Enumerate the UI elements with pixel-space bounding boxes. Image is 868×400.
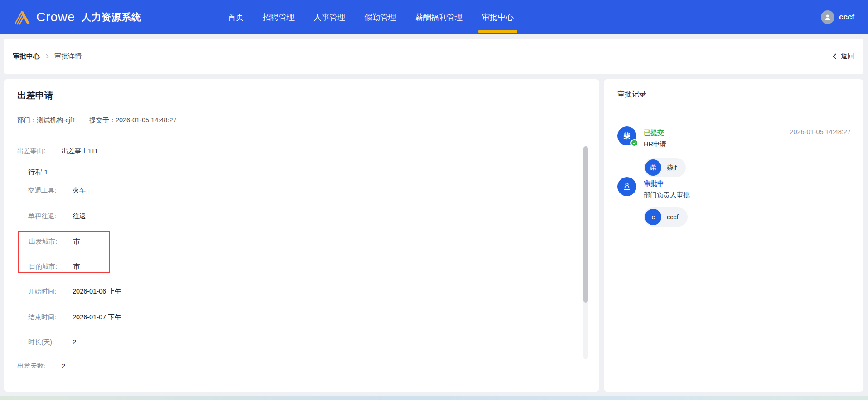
field-label: 目的城市: bbox=[29, 262, 68, 271]
submitted-time: 2026-01-05 14:48:27 bbox=[116, 116, 177, 125]
back-label: 返回 bbox=[841, 52, 854, 61]
field-value: 市 bbox=[73, 237, 80, 246]
breadcrumb-page: 审批详情 bbox=[54, 52, 82, 61]
person-icon bbox=[824, 13, 832, 21]
user-avatar bbox=[821, 10, 834, 24]
person-chip-avatar: c bbox=[645, 209, 661, 225]
brand: Crowe 人力资源系统 bbox=[14, 9, 141, 26]
nav-item-attendance[interactable]: 假勤管理 bbox=[362, 0, 399, 34]
breadcrumb-bar: 审批中心 审批详情 返回 bbox=[4, 39, 863, 74]
nav-item-approval-center[interactable]: 审批中心 bbox=[479, 0, 516, 34]
check-badge-icon bbox=[630, 139, 638, 147]
approval-record-card: 审批记录 柴 已提交 2026-01-05 14:48:27 HR申请 柴 柴j… bbox=[604, 79, 863, 392]
field-label: 出差天数: bbox=[17, 361, 56, 368]
field-value: 火车 bbox=[73, 186, 86, 195]
divider bbox=[17, 135, 587, 135]
field-label: 单程往返: bbox=[28, 212, 67, 221]
step-status: 已提交 bbox=[644, 129, 664, 136]
chevron-left-icon bbox=[832, 53, 838, 60]
avatar-text: 柴 bbox=[624, 132, 630, 140]
stamp-icon bbox=[622, 182, 632, 192]
avatar-text: 柴 bbox=[650, 164, 656, 172]
page-title: 出差申请 bbox=[17, 89, 587, 101]
step-description: 部门负责人审批 bbox=[644, 190, 851, 199]
field-value: 2026-01-07 下午 bbox=[73, 313, 121, 322]
step-status: 审批中 bbox=[644, 179, 664, 187]
approval-timeline: 柴 已提交 2026-01-05 14:48:27 HR申请 柴 柴jf bbox=[617, 115, 851, 227]
person-chip: c cccf bbox=[644, 207, 688, 227]
submitter-avatar: 柴 bbox=[617, 126, 636, 145]
person-chip-avatar: 柴 bbox=[645, 159, 661, 176]
step-description: HR申请 bbox=[644, 140, 851, 149]
field-value: 2026-01-06 上午 bbox=[73, 287, 121, 296]
brand-product-title: 人力资源系统 bbox=[82, 11, 141, 24]
detail-meta: 部门： 测试机构-cjf1 提交于： 2026-01-05 14:48:27 bbox=[17, 116, 587, 125]
field-label: 结束时间: bbox=[28, 313, 67, 322]
chevron-right-icon bbox=[44, 53, 50, 59]
department-value: 测试机构-cjf1 bbox=[37, 116, 76, 125]
field-label: 交通工具: bbox=[28, 186, 67, 195]
scrollbar-track[interactable] bbox=[583, 146, 588, 359]
trip-fields-scroll-area[interactable]: 出差事由: 出差事由111 行程 1 交通工具: 火车 单程往返: 往返 出发城… bbox=[17, 140, 587, 368]
trip-detail-card: 出差申请 部门： 测试机构-cjf1 提交于： 2026-01-05 14:48… bbox=[4, 79, 599, 392]
approval-record-title: 审批记录 bbox=[617, 89, 851, 99]
approver-stage-avatar bbox=[617, 177, 636, 196]
breadcrumb-section[interactable]: 审批中心 bbox=[13, 52, 40, 61]
nav-item-compensation[interactable]: 薪酬福利管理 bbox=[412, 0, 466, 34]
field-row-destination-city: 目的城市: 市 bbox=[29, 262, 109, 271]
user-menu[interactable]: cccf bbox=[821, 10, 854, 24]
brand-name: Crowe bbox=[36, 10, 75, 24]
person-chip-name: 柴jf bbox=[667, 164, 677, 172]
avatar-text: c bbox=[652, 213, 655, 221]
step-timestamp: 2026-01-05 14:48:27 bbox=[790, 128, 851, 135]
active-tab-underline bbox=[478, 30, 517, 33]
field-value: 出差事由111 bbox=[62, 146, 98, 155]
main-nav: 首页 招聘管理 人事管理 假勤管理 薪酬福利管理 审批中心 bbox=[218, 0, 523, 34]
department-label: 部门： bbox=[17, 116, 37, 125]
bottom-edge-strip bbox=[0, 396, 868, 400]
timeline-step-submitted: 柴 已提交 2026-01-05 14:48:27 HR申请 柴 柴jf bbox=[617, 126, 851, 177]
field-label: 时长(天): bbox=[28, 337, 67, 347]
nav-item-recruitment[interactable]: 招聘管理 bbox=[260, 0, 297, 34]
field-label: 出发城市: bbox=[29, 237, 68, 246]
scrollbar-thumb[interactable] bbox=[583, 146, 588, 303]
highlight-red-box: 出发城市: 市 目的城市: 市 bbox=[18, 231, 110, 273]
field-row-roundtrip: 单程往返: 往返 bbox=[17, 212, 587, 221]
field-row-end-time: 结束时间: 2026-01-07 下午 bbox=[17, 313, 587, 322]
field-value: 2 bbox=[73, 337, 76, 347]
field-value: 2 bbox=[62, 361, 65, 368]
field-row-duration: 时长(天): 2 bbox=[17, 337, 587, 347]
person-chip-name: cccf bbox=[667, 213, 679, 221]
timeline-step-in-approval: 审批中 部门负责人审批 c cccf bbox=[617, 177, 851, 227]
field-value: 往返 bbox=[73, 212, 86, 221]
field-row-trip-days: 出差天数: 2 bbox=[17, 361, 587, 368]
field-row-departure-city: 出发城市: 市 bbox=[29, 237, 109, 246]
trip-section-title: 行程 1 bbox=[17, 167, 587, 177]
nav-item-home[interactable]: 首页 bbox=[225, 0, 247, 34]
field-label: 开始时间: bbox=[28, 287, 67, 296]
field-row-transport: 交通工具: 火车 bbox=[17, 186, 587, 195]
field-value: 市 bbox=[73, 262, 80, 271]
nav-item-personnel[interactable]: 人事管理 bbox=[311, 0, 348, 34]
field-row-start-time: 开始时间: 2026-01-06 上午 bbox=[17, 287, 587, 296]
back-button[interactable]: 返回 bbox=[832, 52, 854, 61]
crowe-mountain-logo bbox=[14, 9, 31, 26]
field-label: 出差事由: bbox=[17, 146, 56, 155]
field-row-reason: 出差事由: 出差事由111 bbox=[17, 146, 587, 155]
user-name: cccf bbox=[839, 13, 854, 22]
submitted-label: 提交于： bbox=[89, 116, 116, 125]
person-chip: 柴 柴jf bbox=[644, 158, 686, 177]
top-navigation-bar: Crowe 人力资源系统 首页 招聘管理 人事管理 假勤管理 薪酬福利管理 审批… bbox=[0, 0, 868, 34]
